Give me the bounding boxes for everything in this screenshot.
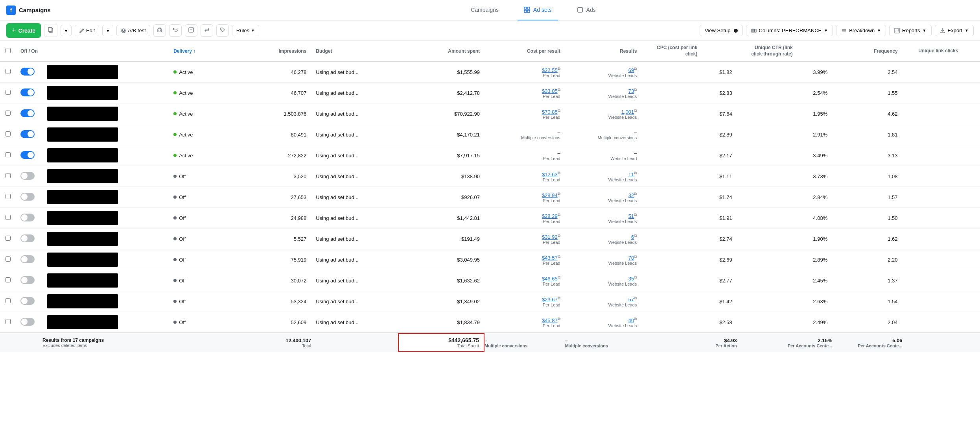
cpr-link-2[interactable]: $70.85 bbox=[542, 109, 558, 115]
results-link-9[interactable]: 70 bbox=[628, 255, 634, 261]
row-toggle-6[interactable] bbox=[16, 187, 42, 208]
cpr-info-2[interactable]: ⧉ bbox=[558, 108, 560, 113]
row-toggle-8[interactable] bbox=[16, 229, 42, 249]
toggle-switch-7[interactable] bbox=[20, 214, 35, 221]
edit-dropdown-button[interactable]: ▼ bbox=[102, 25, 113, 36]
row-toggle-4[interactable] bbox=[16, 145, 42, 166]
results-info-8[interactable]: ⧉ bbox=[634, 233, 637, 238]
tab-campaigns[interactable]: Campaigns bbox=[464, 0, 505, 20]
toggle-switch-12[interactable] bbox=[20, 318, 35, 326]
cpr-link-0[interactable]: $22.55 bbox=[542, 67, 558, 73]
row-toggle-11[interactable] bbox=[16, 291, 42, 312]
undo-button[interactable] bbox=[169, 24, 182, 37]
results-link-2[interactable]: 1,001 bbox=[621, 109, 634, 115]
header-freq[interactable]: Frequency bbox=[832, 41, 902, 61]
row-check-input-11[interactable] bbox=[6, 298, 11, 303]
toggle-switch-3[interactable] bbox=[20, 130, 35, 138]
view-setup-button[interactable]: View Setup bbox=[700, 25, 743, 36]
copy-button[interactable] bbox=[44, 24, 57, 37]
row-checkbox-4[interactable] bbox=[0, 145, 16, 166]
row-checkbox-6[interactable] bbox=[0, 187, 16, 208]
ab-test-button[interactable]: A/B test bbox=[116, 25, 150, 36]
cpr-info-6[interactable]: ⧉ bbox=[558, 192, 560, 196]
row-check-input-6[interactable] bbox=[6, 194, 11, 199]
toggle-switch-1[interactable] bbox=[20, 89, 35, 96]
header-amount[interactable]: Amount spent bbox=[398, 41, 484, 61]
cpr-link-8[interactable]: $31.92 bbox=[542, 234, 558, 240]
toggle-switch-0[interactable] bbox=[20, 68, 35, 76]
tag-button[interactable] bbox=[216, 24, 229, 37]
row-toggle-2[interactable] bbox=[16, 103, 42, 124]
cpr-info-0[interactable]: ⧉ bbox=[558, 66, 560, 71]
row-toggle-3[interactable] bbox=[16, 124, 42, 145]
row-toggle-7[interactable] bbox=[16, 208, 42, 229]
header-cpc[interactable]: CPC (cost per link click) bbox=[641, 41, 737, 61]
results-link-7[interactable]: 51 bbox=[628, 213, 634, 219]
row-checkbox-8[interactable] bbox=[0, 229, 16, 249]
toggle-switch-2[interactable] bbox=[20, 109, 35, 117]
rules-button[interactable]: Rules ▼ bbox=[232, 25, 259, 36]
row-checkbox-9[interactable] bbox=[0, 249, 16, 270]
header-cpr[interactable]: Cost per result bbox=[484, 41, 565, 61]
cpr-link-6[interactable]: $28.94 bbox=[542, 192, 558, 198]
toggle-switch-5[interactable] bbox=[20, 172, 35, 180]
cpr-info-11[interactable]: ⧉ bbox=[558, 296, 560, 300]
row-check-input-2[interactable] bbox=[6, 111, 11, 116]
results-link-0[interactable]: 69 bbox=[628, 67, 634, 73]
results-info-12[interactable]: ⧉ bbox=[634, 317, 637, 321]
cpr-info-8[interactable]: ⧉ bbox=[558, 233, 560, 238]
row-toggle-12[interactable] bbox=[16, 312, 42, 333]
cpr-link-9[interactable]: $43.57 bbox=[542, 255, 558, 261]
results-info-0[interactable]: ⧉ bbox=[634, 66, 637, 71]
results-info-10[interactable]: ⧉ bbox=[634, 275, 637, 279]
cpr-link-11[interactable]: $23.67 bbox=[542, 297, 558, 303]
results-info-5[interactable]: ⧉ bbox=[634, 171, 637, 175]
reports-button[interactable]: Reports ▼ bbox=[889, 25, 931, 36]
create-button[interactable]: + Create bbox=[6, 23, 41, 38]
row-checkbox-3[interactable] bbox=[0, 124, 16, 145]
toggle-switch-8[interactable] bbox=[20, 234, 35, 242]
row-checkbox-2[interactable] bbox=[0, 103, 16, 124]
results-info-1[interactable]: ⧉ bbox=[634, 87, 637, 92]
cpr-link-12[interactable]: $45.87 bbox=[542, 317, 558, 323]
toggle-switch-9[interactable] bbox=[20, 255, 35, 263]
results-link-5[interactable]: 11 bbox=[628, 172, 634, 177]
row-check-input-4[interactable] bbox=[6, 152, 11, 157]
swap-button[interactable] bbox=[201, 24, 213, 37]
tab-ads[interactable]: Ads bbox=[571, 0, 602, 20]
header-impressions[interactable]: Impressions bbox=[243, 41, 311, 61]
cpr-link-7[interactable]: $28.29 bbox=[542, 213, 558, 219]
header-delivery[interactable]: Delivery ↑ bbox=[169, 41, 243, 61]
header-ulink[interactable]: Unique link clicks bbox=[903, 41, 980, 61]
toggle-switch-6[interactable] bbox=[20, 193, 35, 201]
cpr-info-9[interactable]: ⧉ bbox=[558, 254, 560, 258]
results-link-1[interactable]: 73 bbox=[628, 88, 634, 94]
results-info-2[interactable]: ⧉ bbox=[634, 108, 637, 113]
results-info-9[interactable]: ⧉ bbox=[634, 254, 637, 258]
columns-button[interactable]: Columns: PERFORMANCE ▼ bbox=[746, 25, 833, 36]
row-check-input-7[interactable] bbox=[6, 215, 11, 220]
row-checkbox-10[interactable] bbox=[0, 270, 16, 291]
row-checkbox-11[interactable] bbox=[0, 291, 16, 312]
row-checkbox-5[interactable] bbox=[0, 166, 16, 187]
cpr-info-7[interactable]: ⧉ bbox=[558, 212, 560, 217]
results-info-7[interactable]: ⧉ bbox=[634, 212, 637, 217]
row-check-input-12[interactable] bbox=[6, 319, 11, 324]
toggle-switch-4[interactable] bbox=[20, 151, 35, 159]
row-toggle-1[interactable] bbox=[16, 83, 42, 103]
row-check-input-8[interactable] bbox=[6, 236, 11, 241]
results-link-10[interactable]: 35 bbox=[628, 276, 634, 282]
row-check-input-9[interactable] bbox=[6, 256, 11, 262]
row-checkbox-0[interactable] bbox=[0, 61, 16, 83]
row-checkbox-1[interactable] bbox=[0, 83, 16, 103]
cpr-info-1[interactable]: ⧉ bbox=[558, 87, 560, 92]
cpr-link-5[interactable]: $12.63 bbox=[542, 172, 558, 177]
cpr-info-10[interactable]: ⧉ bbox=[558, 275, 560, 279]
edit-button[interactable]: Edit bbox=[75, 25, 99, 36]
breakdown-button[interactable]: Breakdown ▼ bbox=[836, 25, 886, 36]
results-info-6[interactable]: ⧉ bbox=[634, 192, 637, 196]
cpr-link-1[interactable]: $33.05 bbox=[542, 88, 558, 94]
select-all-checkbox[interactable] bbox=[6, 48, 11, 53]
delete-button[interactable] bbox=[153, 24, 166, 37]
row-toggle-10[interactable] bbox=[16, 270, 42, 291]
